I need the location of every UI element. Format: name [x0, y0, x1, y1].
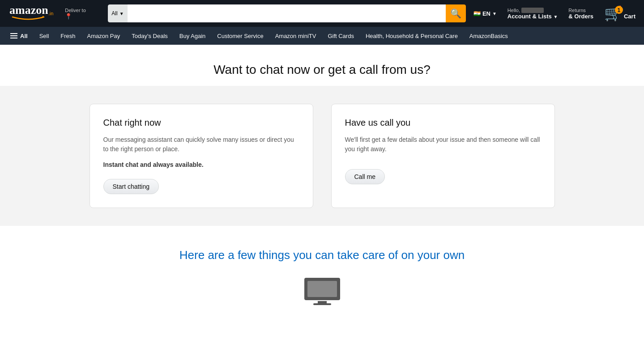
logo-suffix: .in — [48, 11, 54, 16]
india-flag-icon: 🇮🇳 — [473, 10, 481, 17]
cart[interactable]: 🛒 1 Cart — [601, 3, 639, 24]
search-button[interactable]: 🔍 — [446, 4, 466, 22]
sidebar-item-gift-cards[interactable]: Gift Cards — [323, 27, 359, 44]
cart-label: Cart — [624, 13, 635, 20]
self-service-title: Here are a few things you can take care … — [9, 248, 635, 262]
sidebar-item-buy-again[interactable]: Buy Again — [175, 27, 211, 44]
navigation-bar: All Sell Fresh Amazon Pay Today's Deals … — [0, 27, 644, 45]
deliver-location: 📍 — [65, 13, 100, 20]
page-title: Want to chat now or get a call from us? — [9, 63, 635, 77]
search-category-label: All — [111, 10, 117, 17]
chat-card: Chat right now Our messaging assistant c… — [90, 104, 313, 208]
search-category-dropdown[interactable]: All ▼ — [108, 4, 127, 22]
deliver-label: Deliver to — [65, 8, 100, 13]
account-and-lists[interactable]: Hello, Account & Lists ▼ — [504, 5, 561, 22]
hamburger-icon — [10, 33, 17, 38]
language-selector[interactable]: 🇮🇳 EN ▼ — [470, 8, 500, 19]
search-bar: All ▼ 🔍 — [108, 4, 466, 22]
device-icon — [302, 276, 342, 307]
chevron-down-icon: ▼ — [119, 11, 124, 16]
sidebar-item-all[interactable]: All — [5, 27, 33, 44]
lang-chevron-icon: ▼ — [492, 11, 497, 16]
chat-card-highlight: Instant chat and always available. — [103, 161, 299, 168]
returns-line1: Returns — [568, 8, 593, 13]
sidebar-item-sell[interactable]: Sell — [34, 27, 54, 44]
chat-card-title: Chat right now — [103, 118, 299, 128]
call-card-description: We'll first get a few details about your… — [345, 135, 541, 154]
sidebar-item-customer-service[interactable]: Customer Service — [212, 27, 268, 44]
call-card: Have us call you We'll first get a few d… — [331, 104, 555, 208]
sidebar-item-fresh[interactable]: Fresh — [55, 27, 80, 44]
search-input[interactable] — [128, 4, 446, 22]
location-pin-icon: 📍 — [65, 13, 72, 20]
sidebar-item-todays-deals[interactable]: Today's Deals — [127, 27, 173, 44]
start-chatting-button[interactable]: Start chatting — [103, 179, 159, 194]
account-chevron-icon: ▼ — [553, 14, 558, 19]
deliver-to[interactable]: Deliver to 📍 — [62, 5, 103, 22]
returns-and-orders[interactable]: Returns & Orders — [565, 5, 597, 22]
nav-all-label: All — [20, 33, 28, 39]
amazon-logo[interactable]: amazon .in — [5, 2, 57, 25]
language-label: EN — [482, 10, 490, 17]
sidebar-item-health[interactable]: Health, Household & Personal Care — [361, 27, 463, 44]
account-label: Account & Lists ▼ — [508, 13, 558, 20]
call-card-title: Have us call you — [345, 118, 541, 128]
hello-text: Hello, — [508, 8, 558, 13]
call-me-button[interactable]: Call me — [345, 169, 385, 184]
page-title-section: Want to chat now or get a call from us? — [0, 45, 644, 86]
header: amazon .in Deliver to 📍 All ▼ 🔍 — [0, 0, 644, 27]
cart-count-badge: 1 — [615, 6, 623, 14]
svg-rect-3 — [318, 301, 327, 303]
svg-rect-4 — [313, 303, 331, 305]
returns-line2: & Orders — [568, 13, 593, 20]
device-icon-area — [9, 276, 635, 307]
svg-rect-2 — [307, 281, 337, 297]
self-service-section: Here are a few things you can take care … — [0, 226, 644, 320]
sidebar-item-amazon-minitv[interactable]: Amazon miniTV — [270, 27, 321, 44]
chat-card-description: Our messaging assistant can quickly solv… — [103, 135, 299, 154]
sidebar-item-amazonbasics[interactable]: AmazonBasics — [465, 27, 513, 44]
contact-options-section: Chat right now Our messaging assistant c… — [0, 86, 644, 226]
sidebar-item-amazon-pay[interactable]: Amazon Pay — [82, 27, 125, 44]
search-icon: 🔍 — [450, 8, 461, 19]
main-content: Want to chat now or get a call from us? … — [0, 45, 644, 320]
